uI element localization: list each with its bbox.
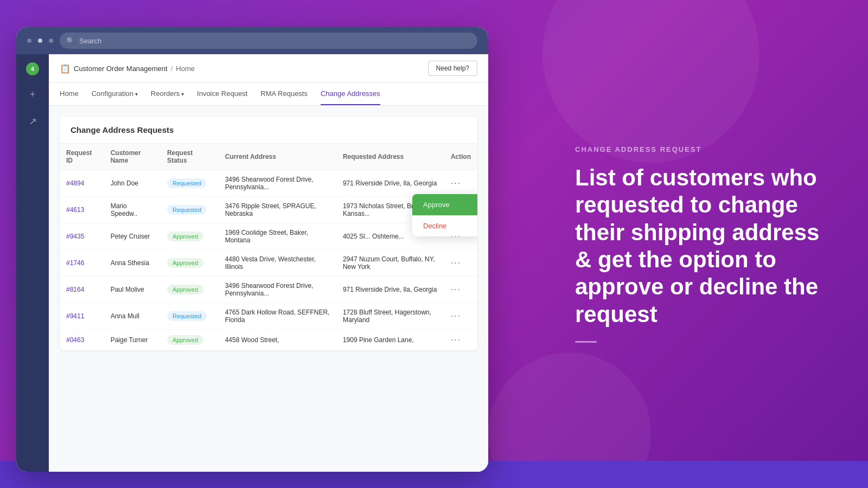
cell-customer-name: Mario Speedw.. [104, 197, 161, 223]
table-card-title: Change Address Requests [60, 117, 477, 144]
search-icon: 🔍 [66, 37, 75, 45]
cell-current-address: 4458 Wood Street, [219, 330, 336, 351]
table-row: #1746 Anna Sthesia Approved 4480 Vesta D… [60, 250, 477, 277]
nav-home[interactable]: Home [60, 83, 79, 105]
cell-requested-address: 971 Riverside Drive, Ila, Georgia [336, 170, 444, 197]
table-row: #0463 Paige Turner Approved 4458 Wood St… [60, 330, 477, 351]
right-panel-divider [575, 341, 597, 343]
cell-customer-name: John Doe [104, 170, 161, 197]
breadcrumb: 📋 Customer Order Management / Home [60, 63, 195, 74]
browser-chrome: 🔍 Search [16, 27, 488, 54]
cell-current-address: 1969 Coolidge Street, Baker, Montana [219, 223, 336, 250]
table-card: Change Address Requests Request ID Custo… [60, 117, 477, 350]
cell-current-address: 4480 Vesta Drive, Westchester, Illinois [219, 250, 336, 277]
nav-configuration[interactable]: Configuration [92, 83, 138, 105]
cell-request-id[interactable]: #4894 [60, 170, 104, 197]
app-header: 📋 Customer Order Management / Home Need … [49, 54, 488, 83]
action-cell[interactable]: ··· [444, 250, 477, 277]
cell-request-status: Approved [161, 330, 219, 351]
add-icon[interactable]: + [24, 86, 41, 102]
decline-button[interactable]: Decline [412, 215, 477, 236]
col-requested-address: Requested Address [336, 144, 444, 170]
sidebar: 4 + ↗ [16, 54, 49, 472]
table-row: #8164 Paul Molive Approved 3496 Shearwoo… [60, 277, 477, 303]
breadcrumb-home[interactable]: Home [176, 65, 195, 73]
nav-bar: Home Configuration Reorders Invoice Requ… [49, 83, 488, 106]
data-table: Request ID Customer Name Request Status … [60, 144, 477, 350]
cell-customer-name: Anna Mull [104, 303, 161, 330]
cell-current-address: 4765 Dark Hollow Road, SEFFNER, Florida [219, 303, 336, 330]
export-icon[interactable]: ↗ [24, 113, 41, 130]
cell-request-status: Requested [161, 197, 219, 223]
table-row: #4613 Mario Speedw.. Requested 3476 Ripp… [60, 197, 477, 223]
nav-reorders[interactable]: Reorders [151, 83, 184, 105]
cell-customer-name: Petey Cruiser [104, 223, 161, 250]
action-cell[interactable]: ··· [444, 303, 477, 330]
col-request-status: Request Status [161, 144, 219, 170]
notification-badge[interactable]: 4 [26, 62, 39, 75]
search-text: Search [79, 37, 101, 45]
help-button[interactable]: Need help? [428, 61, 477, 76]
dropdown-menu: Approve Decline [412, 194, 477, 236]
cell-request-id[interactable]: #4613 [60, 197, 104, 223]
app-name: Customer Order Management [74, 65, 168, 73]
col-current-address: Current Address [219, 144, 336, 170]
browser-search-bar[interactable]: 🔍 Search [60, 33, 477, 49]
cell-current-address: 3496 Shearwood Forest Drive, Pennsylvani… [219, 170, 336, 197]
right-panel-title: List of customers who requested to chang… [575, 164, 835, 328]
cell-request-id[interactable]: #9435 [60, 223, 104, 250]
action-cell[interactable]: ··· [444, 277, 477, 303]
cell-requested-address: 1728 Bluff Street, Hagerstown, Maryland [336, 303, 444, 330]
cell-request-id[interactable]: #0463 [60, 330, 104, 351]
table-row: #4894 John Doe Requested 3496 Shearwood … [60, 170, 477, 197]
nav-invoice-request[interactable]: Invoice Request [197, 83, 247, 105]
cell-request-status: Requested [161, 303, 219, 330]
table-row: #9411 Anna Mull Requested 4765 Dark Holl… [60, 303, 477, 330]
cell-request-status: Approved [161, 223, 219, 250]
breadcrumb-separator: / [171, 65, 173, 73]
browser-dot-3 [49, 38, 53, 43]
main-content: 📋 Customer Order Management / Home Need … [49, 54, 488, 472]
right-panel: CHANGE ADDRESS REQUEST List of customers… [542, 0, 868, 488]
nav-rma-requests[interactable]: RMA Requests [260, 83, 308, 105]
nav-change-addresses[interactable]: Change Addresses [321, 83, 380, 105]
approve-button[interactable]: Approve [412, 194, 477, 215]
action-dots-button[interactable]: ··· [451, 285, 461, 294]
cell-requested-address: 1909 Pine Garden Lane, [336, 330, 444, 351]
cell-request-id[interactable]: #9411 [60, 303, 104, 330]
action-dots-button[interactable]: ··· [451, 335, 461, 344]
browser-dot-2 [38, 38, 42, 43]
cell-current-address: 3496 Shearwood Forest Drive, Pennsylvani… [219, 277, 336, 303]
table-header-row: Request ID Customer Name Request Status … [60, 144, 477, 170]
cell-request-id[interactable]: #8164 [60, 277, 104, 303]
cell-requested-address: 2947 Nuzum Court, Buffalo, NY, New York [336, 250, 444, 277]
col-action: Action [444, 144, 477, 170]
content-area: Change Address Requests Request ID Custo… [49, 106, 488, 472]
cell-request-status: Requested [161, 170, 219, 197]
action-cell[interactable]: ··· Approve Decline [444, 197, 477, 223]
right-panel-label: CHANGE ADDRESS REQUEST [575, 145, 835, 153]
action-dots-button[interactable]: ··· [451, 178, 461, 188]
cell-current-address: 3476 Ripple Street, SPRAGUE, Nebraska [219, 197, 336, 223]
cell-request-status: Approved [161, 250, 219, 277]
cell-requested-address: 971 Riverside Drive, Ila, Georgia [336, 277, 444, 303]
cell-request-status: Approved [161, 277, 219, 303]
cell-customer-name: Anna Sthesia [104, 250, 161, 277]
col-request-id: Request ID [60, 144, 104, 170]
action-cell[interactable]: ··· [444, 170, 477, 197]
action-cell[interactable]: ··· [444, 330, 477, 351]
col-customer-name: Customer Name [104, 144, 161, 170]
action-dots-button[interactable]: ··· [451, 311, 461, 320]
app-layout: 4 + ↗ 📋 Customer Order Management / Home… [16, 54, 488, 472]
cell-customer-name: Paige Turner [104, 330, 161, 351]
browser-window: 🔍 Search 4 + ↗ 📋 Customer Order Manageme… [16, 27, 488, 472]
cell-request-id[interactable]: #1746 [60, 250, 104, 277]
action-dots-button[interactable]: ··· [451, 258, 461, 267]
browser-dot-1 [27, 38, 31, 43]
app-icon: 📋 [60, 63, 71, 74]
cell-customer-name: Paul Molive [104, 277, 161, 303]
